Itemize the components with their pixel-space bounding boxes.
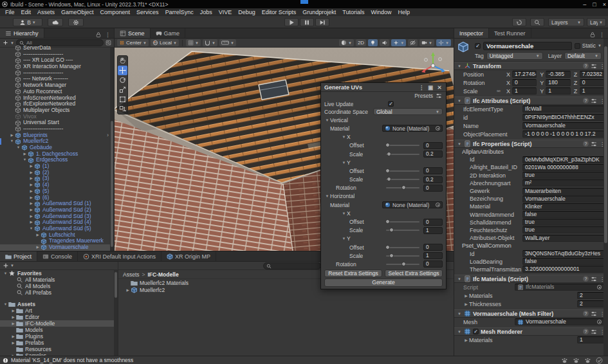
effects-dropdown[interactable]: ▼ [391, 39, 406, 46]
tab-scene[interactable]: Scene [115, 28, 151, 38]
tab-xr-origin-mp[interactable]: XR Origin MP [161, 251, 216, 261]
slider-knob[interactable] [385, 219, 390, 224]
foldout-arrow[interactable]: ▼ [15, 145, 21, 151]
component-presets-icon[interactable] [591, 63, 597, 69]
axis-value-field[interactable]: 0 [512, 79, 537, 86]
shading-mode-dropdown[interactable]: ▼ [339, 39, 354, 46]
tool-handle-rotation-dropdown[interactable]: Local ▼ [151, 39, 179, 46]
activity-check-icon[interactable] [596, 357, 603, 364]
menu-item-tutorials[interactable]: Tutorials [339, 9, 367, 15]
axis-value-field[interactable]: 7.02382 [580, 71, 604, 78]
project-search-input[interactable] [263, 262, 321, 269]
settings-button[interactable] [68, 18, 84, 26]
foldout-arrow[interactable]: ▶ [28, 170, 34, 176]
uv-axis-group[interactable]: ▼Y [321, 158, 446, 167]
reset-extra-settings-button[interactable]: Reset Extra Settings [324, 269, 382, 277]
component-header[interactable]: ▼Vormauerschale (Mesh Filter)?⋮ [454, 309, 608, 318]
menu-item-window[interactable]: Window [367, 9, 394, 15]
array-size-field[interactable]: 2 [577, 300, 604, 307]
hierarchy-item[interactable]: ▶(4) [0, 182, 114, 188]
foldout-arrow[interactable]: ▶ [28, 214, 34, 220]
hierarchy-item[interactable]: Multiplayer Objects [0, 107, 114, 114]
slider-knob[interactable] [401, 262, 406, 266]
slider-knob[interactable] [387, 177, 391, 181]
menu-item-edit[interactable]: Edit [18, 9, 35, 15]
view-hand-tool[interactable] [118, 56, 127, 66]
help-icon[interactable]: ? [583, 329, 589, 334]
uv-axis-group[interactable]: ▼X [321, 209, 446, 217]
property-value-field[interactable]: m² [522, 179, 604, 187]
slider-knob[interactable] [385, 143, 390, 147]
property-value-field[interactable]: true [522, 219, 604, 226]
project-tree-item[interactable]: ▼Favorites [0, 270, 118, 277]
rotate-tool[interactable] [118, 75, 127, 85]
pause-button[interactable] [300, 18, 314, 26]
property-value-field[interactable]: Mauerarbeiten [522, 188, 604, 195]
menu-item-gameobject[interactable]: GameObject [58, 9, 97, 15]
component-header[interactable]: ▼Mesh Renderer?⋮ [454, 327, 608, 336]
slider-track[interactable] [386, 255, 419, 257]
tab-game[interactable]: Game [151, 28, 186, 38]
component-presets-icon[interactable] [591, 141, 597, 147]
component-header[interactable]: ▼Transform?⋮ [454, 62, 608, 70]
property-value-field[interactable]: -1 0 0 0 0 -1 0 0 0 0 1 0 17.2 [522, 131, 604, 138]
project-tree-item[interactable]: Models [0, 327, 118, 333]
foldout-arrow[interactable]: ▶ [28, 188, 34, 195]
property-value-field[interactable]: Klinker [522, 203, 604, 210]
property-value-field[interactable]: 3NQ0NSNoTAqBduGby3zHes [522, 250, 604, 257]
lighting-toggle-button[interactable] [368, 39, 378, 46]
foldout-arrow[interactable]: ▼ [22, 157, 28, 163]
menu-item-grundprojekt[interactable]: Grundprojekt [299, 9, 339, 15]
close-icon[interactable]: ✕ [436, 84, 443, 91]
slider-value-field[interactable]: 0.2 [423, 176, 443, 183]
axis-value-field[interactable]: 180 [546, 79, 570, 86]
layers-dropdown[interactable]: Layers ▼ [548, 18, 584, 26]
status-bar[interactable]: Material 'KS_14_DM' does not have a smoo… [0, 356, 608, 364]
property-value-field[interactable]: 0PIFNI9ynBtO47hhhEENZx [522, 114, 604, 121]
minimize-button[interactable]: – [583, 1, 586, 8]
component-enabled-checkbox[interactable] [473, 329, 479, 334]
axis-value-field[interactable]: 1 [546, 87, 570, 95]
project-tree-scrollbar[interactable] [114, 270, 118, 356]
snap-toggle-button[interactable]: ▼ [203, 39, 217, 46]
rect-tool[interactable] [118, 95, 127, 104]
hierarchy-item[interactable]: ▶Vormauerschale [0, 244, 114, 251]
project-tree-item[interactable]: Resources [0, 346, 118, 352]
project-tree-item[interactable]: ▶IFC-Modelle [0, 320, 118, 327]
project-tree-item[interactable]: All Models [0, 283, 118, 289]
slider-knob[interactable] [389, 228, 394, 232]
foldout-arrow[interactable]: ▶ [10, 334, 16, 338]
project-tree-item[interactable]: ▶Art [0, 307, 118, 314]
gameobject-name-field[interactable]: Vormauerschale [483, 42, 572, 50]
hierarchy-item[interactable]: ▼Muellerfc2 [0, 138, 114, 145]
project-tree-item[interactable]: ▶Plugins [0, 333, 118, 340]
slider-value-field[interactable]: 0 [423, 142, 443, 149]
slider-track[interactable] [386, 221, 419, 223]
foldout-arrow[interactable]: ▶ [125, 288, 131, 292]
measure-tool-dropdown[interactable]: ▼ [219, 39, 236, 46]
component-header[interactable]: ▼Ifc Materials (Script)?⋮ [454, 275, 608, 283]
hierarchy-item[interactable]: ▶(2) [0, 170, 114, 176]
project-tree-item[interactable]: All Prefabs [0, 289, 118, 296]
tab-test-runner[interactable]: Test Runner [489, 28, 531, 38]
slider-value-field[interactable]: 0 [423, 260, 443, 268]
menu-item-component[interactable]: Component [97, 9, 134, 15]
kebab-icon[interactable]: ⋮ [105, 32, 111, 38]
slider-value-field[interactable]: 1 [423, 252, 443, 259]
material-object-field[interactable]: None (Material) [382, 201, 443, 208]
live-update-checkbox[interactable] [388, 101, 394, 107]
hidden-objects-toggle[interactable] [408, 39, 418, 46]
slider-track[interactable] [386, 264, 419, 265]
layer-dropdown[interactable]: Default▼ [564, 52, 602, 60]
array-size-field[interactable]: 2 [577, 292, 604, 299]
menu-item-services[interactable]: Services [133, 9, 162, 15]
property-value-field[interactable]: false [522, 258, 604, 265]
help-icon[interactable]: ? [583, 98, 589, 104]
camera-settings-dropdown[interactable]: ▼ [419, 39, 434, 46]
axis-value-field[interactable]: 1 [512, 87, 537, 95]
plus-icon[interactable] [3, 262, 9, 269]
foldout-arrow[interactable]: ▶ [28, 201, 34, 207]
hierarchy-scrollbar[interactable] [110, 48, 114, 251]
foldout-arrow[interactable]: ▶ [28, 176, 34, 182]
chevron-down-icon[interactable]: ▼ [10, 41, 14, 45]
